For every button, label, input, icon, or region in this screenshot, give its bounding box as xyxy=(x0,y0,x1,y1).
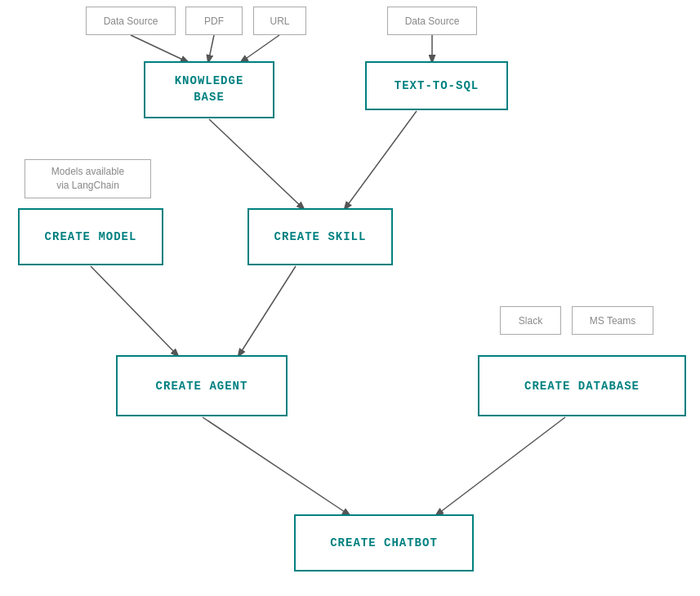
url-tag: URL xyxy=(253,7,306,35)
create-skill-node[interactable]: CREATE SKILL xyxy=(247,208,393,265)
svg-line-6 xyxy=(345,111,417,209)
arrows-svg xyxy=(0,0,700,596)
create-chatbot-node[interactable]: CREATE CHATBOT xyxy=(294,514,474,572)
data-source-tag-2: Data Source xyxy=(387,7,477,35)
diagram-container: Data Source PDF URL Data Source Models a… xyxy=(0,0,700,596)
svg-line-9 xyxy=(203,417,350,515)
create-agent-node[interactable]: CREATE AGENT xyxy=(116,355,288,416)
svg-line-1 xyxy=(131,35,188,62)
svg-line-3 xyxy=(241,35,279,62)
data-source-tag-1: Data Source xyxy=(86,7,176,35)
create-model-node[interactable]: CREATE MODEL xyxy=(18,208,163,265)
models-langchain-tag: Models available via LangChain xyxy=(25,159,151,198)
pdf-tag: PDF xyxy=(185,7,243,35)
svg-line-10 xyxy=(436,417,565,515)
slack-tag: Slack xyxy=(500,306,561,335)
svg-line-7 xyxy=(91,266,178,356)
text-to-sql-node[interactable]: TEXT-TO-SQL xyxy=(365,61,508,110)
svg-line-5 xyxy=(209,119,304,209)
svg-line-8 xyxy=(239,266,296,356)
ms-teams-tag: MS Teams xyxy=(572,306,653,335)
knowledge-base-node[interactable]: KNOWLEDGE BASE xyxy=(144,61,274,118)
svg-line-2 xyxy=(208,35,214,62)
create-database-node[interactable]: CREATE DATABASE xyxy=(478,355,686,416)
